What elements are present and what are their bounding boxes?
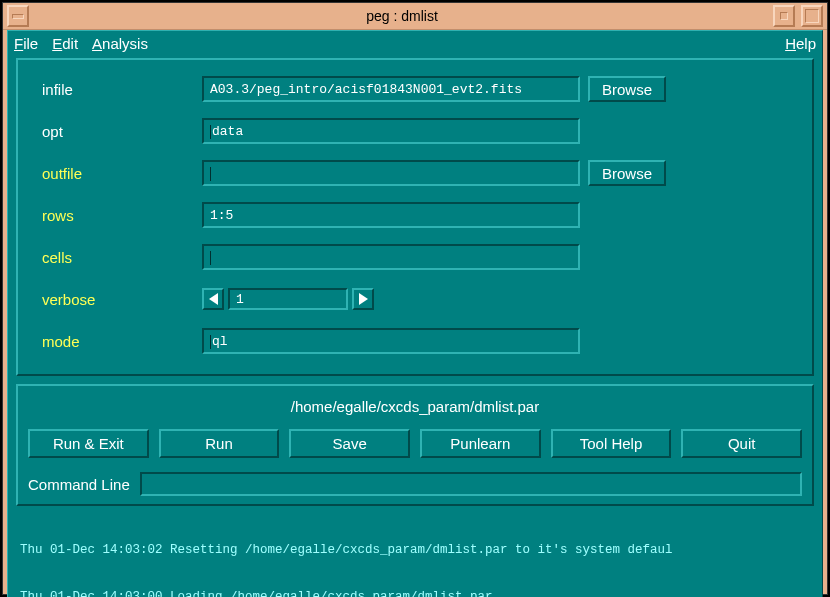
param-label-outfile: outfile bbox=[42, 165, 202, 182]
param-label-verbose: verbose bbox=[42, 291, 202, 308]
minimize-button[interactable] bbox=[773, 5, 795, 27]
footer-panel: /home/egalle/cxcds_param/dmlist.par Run … bbox=[16, 384, 814, 506]
quit-button[interactable]: Quit bbox=[681, 429, 802, 458]
mode-input[interactable]: ql bbox=[202, 328, 580, 354]
verbose-input[interactable]: 1 bbox=[228, 288, 348, 310]
command-line-row: Command Line bbox=[28, 472, 802, 496]
outfile-input[interactable] bbox=[202, 160, 580, 186]
command-line-label: Command Line bbox=[28, 476, 130, 493]
menu-edit[interactable]: Edit bbox=[52, 35, 78, 52]
cells-input[interactable] bbox=[202, 244, 580, 270]
menu-help[interactable]: Help bbox=[785, 35, 816, 52]
caret-icon bbox=[210, 335, 211, 349]
param-label-cells: cells bbox=[42, 249, 202, 266]
save-button[interactable]: Save bbox=[289, 429, 410, 458]
param-row-rows: rows 1:5 bbox=[42, 202, 788, 228]
window-title: peg : dmlist bbox=[33, 8, 771, 24]
param-row-opt: opt data bbox=[42, 118, 788, 144]
log-output: Thu 01-Dec 14:03:02 Resetting /home/egal… bbox=[16, 510, 814, 597]
param-label-opt: opt bbox=[42, 123, 202, 140]
param-label-rows: rows bbox=[42, 207, 202, 224]
system-menu-button[interactable] bbox=[7, 5, 29, 27]
app-body: File Edit Analysis Help infile A03.3/peg… bbox=[7, 30, 823, 597]
infile-input[interactable]: A03.3/peg_intro/acisf01843N001_evt2.fits bbox=[202, 76, 580, 102]
menubar: File Edit Analysis Help bbox=[8, 31, 822, 56]
param-label-infile: infile bbox=[42, 81, 202, 98]
maximize-button[interactable] bbox=[801, 5, 823, 27]
rows-input[interactable]: 1:5 bbox=[202, 202, 580, 228]
caret-icon bbox=[210, 125, 211, 139]
tool-help-button[interactable]: Tool Help bbox=[551, 429, 672, 458]
command-line-input[interactable] bbox=[140, 472, 802, 496]
triangle-right-icon bbox=[359, 293, 368, 305]
caret-icon bbox=[210, 251, 211, 265]
infile-browse-button[interactable]: Browse bbox=[588, 76, 666, 102]
run-button[interactable]: Run bbox=[159, 429, 280, 458]
param-row-outfile: outfile Browse bbox=[42, 160, 788, 186]
verbose-decrement-button[interactable] bbox=[202, 288, 224, 310]
action-button-row: Run & Exit Run Save Punlearn Tool Help Q… bbox=[28, 429, 802, 458]
param-row-infile: infile A03.3/peg_intro/acisf01843N001_ev… bbox=[42, 76, 788, 102]
verbose-increment-button[interactable] bbox=[352, 288, 374, 310]
caret-icon bbox=[210, 167, 211, 181]
param-label-mode: mode bbox=[42, 333, 202, 350]
param-panel: infile A03.3/peg_intro/acisf01843N001_ev… bbox=[16, 58, 814, 376]
param-row-mode: mode ql bbox=[42, 328, 788, 354]
log-line: Thu 01-Dec 14:03:00 Loading /home/egalle… bbox=[20, 590, 810, 597]
parfile-path: /home/egalle/cxcds_param/dmlist.par bbox=[28, 396, 802, 419]
titlebar[interactable]: peg : dmlist bbox=[3, 3, 827, 30]
punlearn-button[interactable]: Punlearn bbox=[420, 429, 541, 458]
triangle-left-icon bbox=[209, 293, 218, 305]
log-line: Thu 01-Dec 14:03:02 Resetting /home/egal… bbox=[20, 543, 810, 559]
param-row-verbose: verbose 1 bbox=[42, 286, 788, 312]
param-row-cells: cells bbox=[42, 244, 788, 270]
outfile-browse-button[interactable]: Browse bbox=[588, 160, 666, 186]
menu-analysis[interactable]: Analysis bbox=[92, 35, 148, 52]
menu-file[interactable]: File bbox=[14, 35, 38, 52]
run-and-exit-button[interactable]: Run & Exit bbox=[28, 429, 149, 458]
opt-input[interactable]: data bbox=[202, 118, 580, 144]
window-frame: peg : dmlist File Edit Analysis Help inf… bbox=[2, 2, 828, 595]
